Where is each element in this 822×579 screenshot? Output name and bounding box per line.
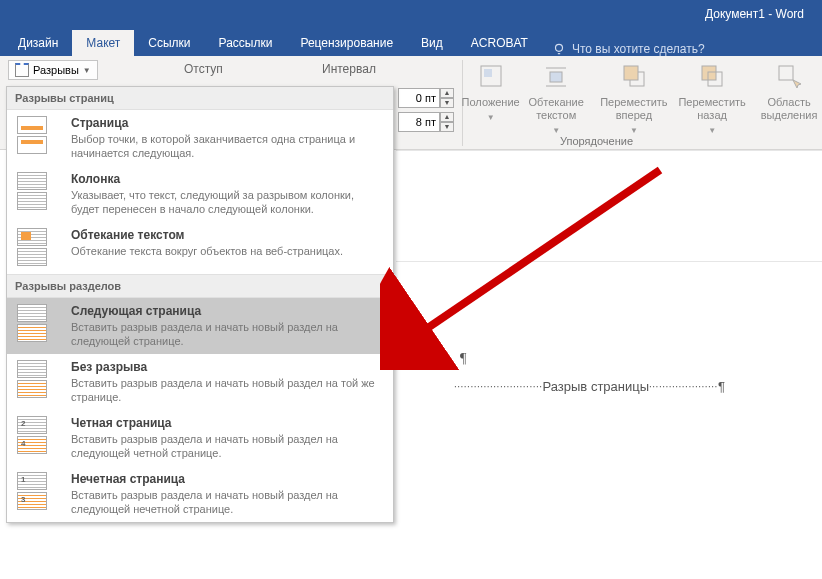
menu-item-title: Следующая страница [71, 304, 385, 318]
arrange-selectionpane-button[interactable]: Область выделения [750, 56, 822, 150]
chevron-down-icon: ▼ [83, 66, 91, 75]
section-oddpage-icon: 13 [17, 472, 57, 512]
menu-item-desc: Выбор точки, в которой заканчивается одн… [71, 132, 385, 160]
svg-rect-3 [550, 72, 562, 82]
arrange-bringforward-label: Переместить вперед [600, 96, 668, 122]
dots-left: ··························· [454, 381, 543, 392]
svg-rect-10 [779, 66, 793, 80]
spacing-before-field[interactable]: 0 пт ▲▼ [398, 88, 454, 108]
page-break-icon [17, 116, 57, 156]
send-backward-icon [696, 60, 728, 92]
breaks-label: Разрывы [33, 64, 79, 76]
menu-item-title: Четная страница [71, 416, 385, 430]
menu-item-evenpage[interactable]: 24 Четная страница Вставить разрыв разде… [7, 410, 393, 466]
breaks-dropdown-menu: Разрывы страниц Страница Выбор точки, в … [6, 86, 394, 523]
tell-me-search[interactable]: Что вы хотите сделать? [542, 42, 705, 56]
svg-rect-2 [484, 69, 492, 77]
arrange-position-label: Положение [462, 96, 520, 109]
arrange-wraptext-label: Обтекание текстом [525, 96, 588, 122]
menu-item-column[interactable]: Колонка Указывает, что текст, следующий … [7, 166, 393, 222]
pilcrow-mark: ¶ [718, 379, 725, 394]
spacing-group-label: Интервал [322, 62, 376, 76]
arrange-selectionpane-label: Область выделения [756, 96, 822, 122]
column-break-icon [17, 172, 57, 212]
title-bar: Документ1 - Word [0, 0, 822, 28]
tab-links[interactable]: Ссылки [134, 30, 204, 56]
tab-design[interactable]: Дизайн [4, 30, 72, 56]
page-break-label: Разрыв страницы [543, 379, 650, 394]
breaks-icon [15, 63, 29, 77]
menu-item-desc: Указывает, что текст, следующий за разры… [71, 188, 385, 216]
pilcrow-mark: ¶ [460, 351, 466, 367]
tell-me-placeholder: Что вы хотите сделать? [572, 42, 705, 56]
svg-rect-8 [702, 66, 716, 80]
page-break-indicator: ··························· Разрыв стран… [454, 379, 725, 394]
menu-item-title: Колонка [71, 172, 385, 186]
tab-review[interactable]: Рецензирование [286, 30, 407, 56]
spacing-after-value[interactable]: 8 пт [398, 112, 440, 132]
dots-right: ····················· [649, 381, 718, 392]
text-wrap-break-icon [17, 228, 57, 268]
wrap-text-icon [540, 60, 572, 92]
lightbulb-icon [552, 42, 566, 56]
menu-item-nextpage[interactable]: Следующая страница Вставить разрыв разде… [7, 298, 393, 354]
spacing-after-field[interactable]: 8 пт ▲▼ [398, 112, 454, 132]
tab-acrobat[interactable]: ACROBAT [457, 30, 542, 56]
svg-rect-7 [624, 66, 638, 80]
tab-layout[interactable]: Макет [72, 30, 134, 56]
breaks-button[interactable]: Разрывы ▼ [8, 60, 98, 80]
menu-item-title: Страница [71, 116, 385, 130]
tab-view[interactable]: Вид [407, 30, 457, 56]
chevron-down-icon: ▼ [708, 124, 716, 137]
menu-item-desc: Вставить разрыв раздела и начать новый р… [71, 488, 385, 516]
menu-heading-section-breaks: Разрывы разделов [7, 274, 393, 298]
menu-item-desc: Вставить разрыв раздела и начать новый р… [71, 320, 385, 348]
menu-item-title: Нечетная страница [71, 472, 385, 486]
menu-item-desc: Вставить разрыв раздела и начать новый р… [71, 376, 385, 404]
menu-item-desc: Обтекание текста вокруг объектов на веб-… [71, 244, 385, 258]
section-continuous-icon [17, 360, 57, 400]
section-evenpage-icon: 24 [17, 416, 57, 456]
arrange-sendbackward-button[interactable]: Переместить назад ▼ [674, 56, 750, 150]
arrange-sendbackward-label: Переместить назад [678, 96, 745, 122]
section-nextpage-icon [17, 304, 57, 344]
spin-up-icon[interactable]: ▲ [440, 88, 454, 98]
ribbon-tabs: Дизайн Макет Ссылки Рассылки Рецензирова… [0, 28, 822, 56]
bring-forward-icon [618, 60, 650, 92]
chevron-down-icon: ▼ [552, 124, 560, 137]
spin-down-icon[interactable]: ▼ [440, 98, 454, 108]
document-canvas[interactable]: ¶ ··························· Разрыв стр… [396, 150, 822, 579]
menu-item-title: Без разрыва [71, 360, 385, 374]
menu-item-oddpage[interactable]: 13 Нечетная страница Вставить разрыв раз… [7, 466, 393, 522]
indent-group-label: Отступ [184, 62, 223, 76]
arrange-group-label: Упорядочение [560, 135, 633, 147]
menu-heading-page-breaks: Разрывы страниц [7, 87, 393, 110]
menu-item-continuous[interactable]: Без разрыва Вставить разрыв раздела и на… [7, 354, 393, 410]
arrange-position-button[interactable]: Положение ▼ [463, 56, 519, 150]
menu-item-textwrap[interactable]: Обтекание текстом Обтекание текста вокру… [7, 222, 393, 274]
window-title: Документ1 - Word [705, 7, 804, 21]
spacing-before-value[interactable]: 0 пт [398, 88, 440, 108]
svg-point-0 [555, 44, 562, 51]
menu-item-page[interactable]: Страница Выбор точки, в которой заканчив… [7, 110, 393, 166]
chevron-down-icon: ▼ [487, 111, 495, 124]
position-icon [475, 60, 507, 92]
tab-mailings[interactable]: Рассылки [205, 30, 287, 56]
spin-up-icon[interactable]: ▲ [440, 112, 454, 122]
menu-item-desc: Вставить разрыв раздела и начать новый р… [71, 432, 385, 460]
menu-item-title: Обтекание текстом [71, 228, 385, 242]
selection-pane-icon [773, 60, 805, 92]
spin-down-icon[interactable]: ▼ [440, 122, 454, 132]
